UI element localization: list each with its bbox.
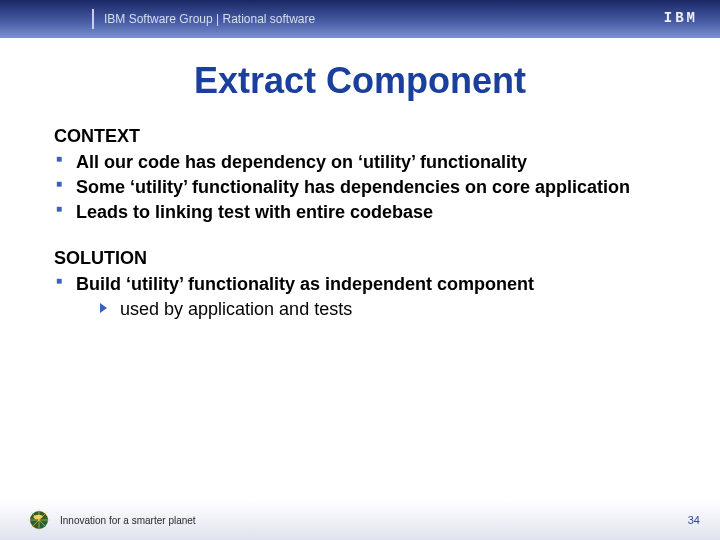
- bullet-text: Build ‘utility’ functionality as indepen…: [76, 274, 534, 294]
- footer-tagline: Innovation for a smarter planet: [60, 515, 196, 526]
- solution-list: Build ‘utility’ functionality as indepen…: [54, 273, 680, 321]
- slide-title: Extract Component: [0, 60, 720, 102]
- header-text: IBM Software Group | Rational software: [104, 12, 315, 26]
- context-heading: CONTEXT: [54, 126, 680, 147]
- context-list: All our code has dependency on ‘utility’…: [54, 151, 680, 224]
- ibm-logo: IBM: [664, 10, 698, 26]
- page-number: 34: [688, 514, 700, 526]
- slide-footer: Innovation for a smarter planet 34: [0, 500, 720, 540]
- planet-icon: [28, 509, 50, 531]
- sub-list: used by application and tests: [76, 298, 680, 321]
- header-divider: [92, 9, 94, 29]
- bullet-item: All our code has dependency on ‘utility’…: [54, 151, 680, 174]
- sub-item: used by application and tests: [76, 298, 680, 321]
- bullet-item: Some ‘utility’ functionality has depende…: [54, 176, 680, 199]
- slide-content: CONTEXT All our code has dependency on ‘…: [0, 126, 720, 322]
- slide-header: IBM Software Group | Rational software I…: [0, 0, 720, 38]
- solution-heading: SOLUTION: [54, 248, 680, 269]
- bullet-item: Leads to linking test with entire codeba…: [54, 201, 680, 224]
- bullet-item: Build ‘utility’ functionality as indepen…: [54, 273, 680, 321]
